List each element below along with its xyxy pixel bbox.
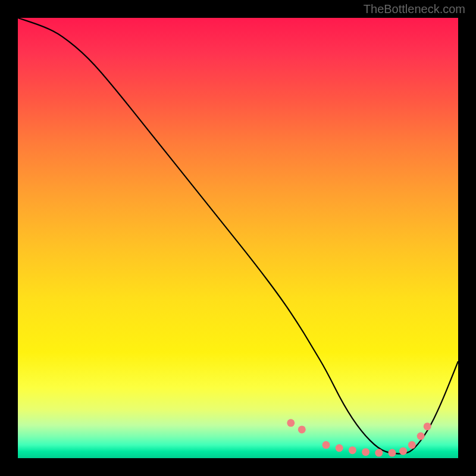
watermark-text: TheBottleneck.com: [364, 2, 465, 16]
highlight-dot: [408, 441, 416, 449]
highlight-dot: [287, 419, 295, 427]
highlight-dot: [375, 449, 383, 457]
highlight-dot: [424, 422, 431, 430]
chart-container: [18, 18, 458, 458]
bottleneck-curve: [18, 18, 458, 454]
highlight-dot: [322, 441, 330, 449]
highlight-dot: [417, 433, 425, 440]
highlight-dot: [362, 448, 369, 456]
highlight-dot: [349, 446, 356, 454]
highlight-dot: [389, 449, 396, 457]
highlight-dot: [298, 425, 306, 433]
highlight-dot: [336, 444, 343, 452]
highlight-dot: [399, 447, 407, 455]
chart-svg: [18, 18, 458, 458]
